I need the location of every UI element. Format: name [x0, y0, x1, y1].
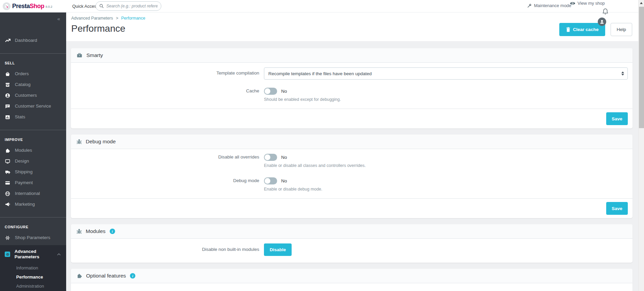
- truck-icon: [5, 169, 10, 175]
- modules-panel: Modules i Disable non built-in modules D…: [71, 224, 633, 263]
- panel-title: Modules: [86, 228, 106, 234]
- chevron-up-icon: [57, 252, 61, 257]
- disable-overrides-label: Disable all overrides: [78, 154, 264, 168]
- sidebar-item-customers[interactable]: Customers: [0, 90, 66, 101]
- toggle-state-label: No: [281, 89, 287, 94]
- main-content: Advanced Parameters > Performance Perfor…: [66, 12, 638, 291]
- sidebar-item-modules[interactable]: Modules: [0, 145, 66, 156]
- sidebar: « Dashboard SELL Orders Catalog Customer…: [0, 12, 66, 291]
- page-header: Advanced Parameters > Performance Perfor…: [66, 12, 638, 41]
- sidebar-subitem-performance[interactable]: Performance: [0, 272, 66, 282]
- disable-overrides-help-text: Enable or disable all classes and contro…: [264, 163, 628, 168]
- bug-icon: [77, 139, 82, 145]
- credit-card-icon: [5, 180, 10, 185]
- advanced-parameters-group: Advanced Parameters Information Performa…: [0, 245, 66, 291]
- clear-cache-button[interactable]: Clear cache: [559, 23, 605, 36]
- debug-panel-header: Debug mode: [71, 135, 633, 149]
- breadcrumb: Advanced Parameters > Performance: [71, 16, 638, 21]
- page-scrollbar[interactable]: [638, 0, 644, 291]
- modules-panel-header: Modules i: [71, 224, 633, 239]
- store-icon: [5, 82, 10, 87]
- breadcrumb-current[interactable]: Performance: [121, 16, 145, 21]
- sidebar-item-label: Dashboard: [15, 38, 37, 43]
- sidebar-subitem-administration[interactable]: Administration: [0, 282, 66, 291]
- smarty-panel-header: Smarty: [71, 48, 633, 63]
- scrollbar-up-arrow[interactable]: [639, 0, 644, 6]
- chat-icon: [5, 104, 10, 109]
- orders-icon: [5, 71, 10, 77]
- scrollbar-thumb[interactable]: [639, 7, 644, 128]
- sidebar-item-catalog[interactable]: Catalog: [0, 79, 66, 90]
- toggle-state-label: No: [281, 178, 287, 183]
- sidebar-item-orders[interactable]: Orders: [0, 68, 66, 79]
- sidebar-item-payment[interactable]: Payment: [0, 177, 66, 188]
- sidebar-section-configure: CONFIGURE: [0, 217, 66, 232]
- smarty-save-button[interactable]: Save: [606, 112, 628, 125]
- customer-icon: [5, 93, 10, 98]
- sidebar-item-customer-service[interactable]: Customer Service: [0, 101, 66, 112]
- bar-chart-icon: [5, 114, 10, 120]
- notifications-button[interactable]: [602, 8, 609, 17]
- profile-avatar[interactable]: [598, 18, 606, 26]
- prestashop-logo[interactable]: PrestaShop 8.0.2: [0, 2, 66, 10]
- sidebar-collapse-button[interactable]: «: [0, 12, 66, 22]
- template-compilation-label: Template compilation: [78, 67, 264, 80]
- panel-title: Optional features: [86, 273, 126, 279]
- search-icon: [99, 4, 104, 8]
- dashboard-icon: [5, 38, 10, 43]
- megaphone-icon: [5, 202, 10, 207]
- toggle-state-label: No: [281, 155, 287, 160]
- info-icon[interactable]: i: [110, 229, 115, 234]
- cache-toggle[interactable]: [264, 88, 277, 95]
- sidebar-item-shop-parameters[interactable]: Shop Parameters: [0, 232, 66, 243]
- puzzle-icon: [5, 148, 10, 153]
- search-bar: [96, 1, 161, 11]
- maintenance-mode-link[interactable]: Maintenance mode: [527, 3, 571, 8]
- sidebar-section-sell: SELL: [0, 54, 66, 68]
- prestashop-mascot-icon: [3, 2, 10, 10]
- template-compilation-select[interactable]: Recompile templates if the files have be…: [264, 67, 628, 80]
- sidebar-subitem-information[interactable]: Information: [0, 263, 66, 272]
- view-my-shop-link[interactable]: View my shop: [570, 1, 605, 6]
- sidebar-item-design[interactable]: Design: [0, 156, 66, 167]
- debug-mode-help-text: Enable or disable debug mode.: [264, 187, 628, 192]
- settings-icon: [5, 252, 10, 257]
- smarty-panel: Smarty Template compilation Recompile te…: [71, 48, 633, 128]
- debug-mode-toggle[interactable]: [264, 177, 277, 184]
- optional-features-panel-header: Optional features i: [71, 269, 633, 283]
- sidebar-item-shipping[interactable]: Shipping: [0, 167, 66, 177]
- cache-help-text: Should be enabled except for debugging.: [264, 97, 628, 102]
- sidebar-section-improve: IMPROVE: [0, 130, 66, 145]
- breadcrumb-parent[interactable]: Advanced Parameters: [71, 16, 113, 21]
- top-bar: PrestaShop 8.0.2 Quick Access Maintenanc…: [0, 0, 638, 12]
- wrench-icon: [527, 3, 532, 8]
- search-input[interactable]: [106, 4, 158, 8]
- sidebar-item-dashboard[interactable]: Dashboard: [0, 35, 66, 46]
- person-icon: [599, 19, 605, 24]
- bug-icon: [77, 229, 82, 234]
- panel-title: Smarty: [86, 52, 103, 58]
- eye-icon: [570, 1, 575, 6]
- sidebar-item-international[interactable]: International: [0, 188, 66, 199]
- optional-features-panel: Optional features i: [71, 269, 633, 291]
- disable-modules-label: Disable non built-in modules: [78, 243, 264, 256]
- sidebar-item-stats[interactable]: Stats: [0, 112, 66, 122]
- debug-save-button[interactable]: Save: [606, 202, 628, 215]
- cache-label: Cache: [78, 88, 264, 102]
- trash-icon: [566, 27, 570, 32]
- sidebar-item-marketing[interactable]: Marketing: [0, 199, 66, 210]
- info-icon[interactable]: i: [130, 273, 135, 279]
- brand-name: Presta: [12, 3, 30, 10]
- help-button[interactable]: Help: [611, 23, 632, 36]
- debug-mode-label: Debug mode: [78, 177, 264, 192]
- briefcase-icon: [77, 53, 82, 58]
- bell-icon: [602, 8, 609, 15]
- content-area: Smarty Template compilation Recompile te…: [66, 41, 638, 291]
- gear-icon: [5, 235, 10, 240]
- disable-modules-button[interactable]: Disable: [264, 243, 292, 256]
- monitor-icon: [5, 158, 10, 164]
- version-label: 8.0.2: [46, 5, 52, 8]
- puzzle-piece-icon: [77, 273, 82, 279]
- sidebar-item-advanced-parameters[interactable]: Advanced Parameters: [0, 245, 66, 263]
- disable-overrides-toggle[interactable]: [264, 154, 277, 161]
